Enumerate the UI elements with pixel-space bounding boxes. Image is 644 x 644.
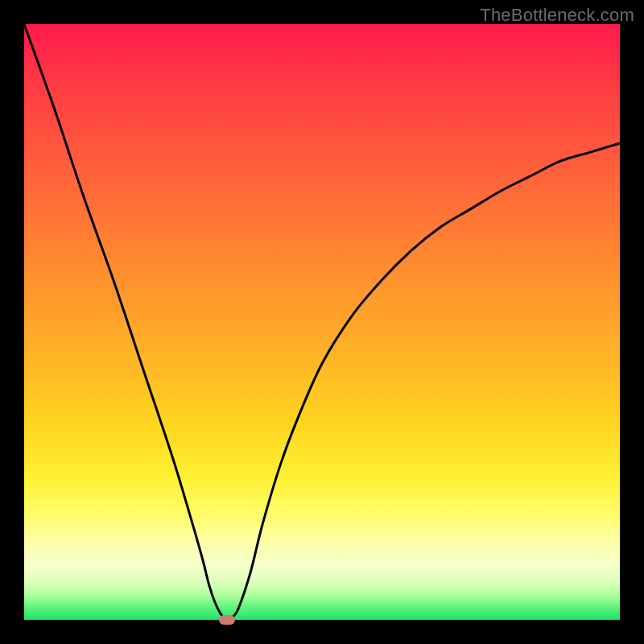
watermark-text: TheBottleneck.com (480, 5, 634, 26)
optimum-marker (219, 615, 235, 625)
chart-frame: TheBottleneck.com (0, 0, 644, 644)
curve-svg (24, 24, 620, 620)
bottleneck-curve (24, 24, 620, 620)
plot-area (24, 24, 620, 620)
